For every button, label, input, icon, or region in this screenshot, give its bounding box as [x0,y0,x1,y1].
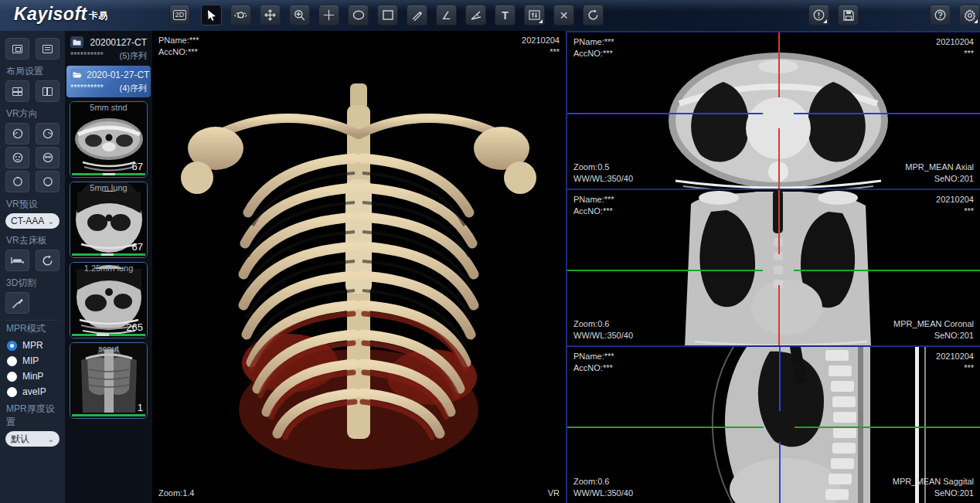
axial-series-overlay: MPR_MEAN Axial SeNO:201 [905,161,974,185]
app-logo: Kayisoft卡易 [14,4,108,25]
axial-pname: PName:*** [573,36,614,48]
layout-leftcol-button[interactable] [36,80,60,102]
reset-button[interactable] [583,5,604,25]
vr-face-front-button[interactable] [5,147,29,168]
thumbnail-progress-bar[interactable] [72,173,145,175]
vr-preset-dropdown[interactable]: CT-AAA ⌄ [5,213,60,229]
sagittal-patient-overlay: PName:*** AccNO:*** [573,351,614,374]
thumbnail-progress-bar[interactable] [72,414,145,416]
vr-volume-render-image [152,31,566,503]
coronal-hline-left[interactable] [567,270,763,271]
pointer-tool-button[interactable] [201,5,222,25]
vr-face-back-button[interactable] [36,147,60,168]
vr-accno: AccNO:*** [158,46,199,58]
coronal-vline-top[interactable] [778,190,780,254]
thumbnail-progress-bar[interactable] [72,334,145,336]
vr-head-top-button[interactable] [5,171,29,192]
axial-vline-top[interactable] [778,32,780,97]
viewport-coronal[interactable]: PName:*** AccNO:*** 20210204 *** Zoom:0.… [567,189,980,346]
vr-acc-masked: *** [522,46,560,58]
settings-button[interactable] [959,5,980,25]
study-item-2020-01-27[interactable]: 2020-01-27-CT ********** (4)序列 [66,66,151,97]
series-thumbnail-scout[interactable]: scout 1 [70,342,148,419]
coronal-pname: PName:*** [573,194,614,206]
folder-closed-icon [70,36,83,48]
window-level-button[interactable] [524,5,545,25]
text-annotation-button[interactable]: T [495,5,516,25]
series-thumbnail-1-25mm-lung[interactable]: 1.25mm lung 265 [70,262,148,338]
pan-tool-button[interactable] [260,5,281,25]
thumbnail-progress-bar[interactable] [72,253,145,256]
help-icon [934,9,946,21]
crosshair-icon [323,9,335,21]
layout-single-button[interactable] [5,38,29,59]
mpr-mode-option-mip[interactable]: MIP [7,355,60,366]
viewport-sagittal[interactable]: PName:*** AccNO:*** 20210204 *** Zoom:0.… [567,345,980,503]
study-item-20200127[interactable]: 20200127-CT ********** (5)序列 [66,33,151,65]
vr-head-left-button[interactable] [5,123,29,144]
rect-roi-button[interactable] [377,5,398,25]
radio-selected-icon [7,341,17,351]
viewport-vr[interactable]: PName:*** AccNO:*** 20210204 *** Zoom:1.… [152,31,566,503]
length-measure-button[interactable] [407,5,427,25]
vr-head-right-button[interactable] [36,123,60,144]
head-left-icon [12,127,24,140]
thumbnail-label: 5mm stnd [70,103,147,112]
left-sidebar: 布局设置 VR方向 VR预设 CT-AAA ⌄ [0,31,65,503]
sagittal-vline-bottom[interactable] [779,442,781,503]
coronal-zoom-overlay: Zoom:0.6 WW/WL:350/40 [573,318,633,342]
info-icon [813,9,825,21]
scalpel-button[interactable] [5,292,29,314]
thumbnail-label: 1.25mm lung [70,263,147,273]
zoom-tool-button[interactable] [289,5,310,25]
axial-hline-left[interactable] [567,113,763,114]
toolbar-right-group1 [808,5,859,25]
mpr-mode-option-aveip[interactable]: aveIP [7,386,60,397]
axial-vline-bottom[interactable] [778,128,780,189]
mpr-thickness-dropdown[interactable]: 默认 ⌄ [5,431,60,447]
logo-suffix: 卡易 [89,10,108,21]
thumbnail-image-count: 67 [132,241,143,253]
coronal-vline-bottom[interactable] [778,285,780,346]
chevron-down-icon: ⌄ [48,435,54,444]
radio-icon [7,372,17,382]
vr-bed-label: VR去床板 [6,234,60,247]
sagittal-hline-right[interactable] [795,427,980,428]
remove-bed-button[interactable] [5,250,29,271]
cobb-angle-button[interactable] [465,5,486,25]
rotate-3d-tool-button[interactable] [230,5,251,25]
coronal-hline-right[interactable] [794,270,980,271]
about-button[interactable] [808,5,829,25]
window-level-icon [529,10,540,20]
series-thumbnail-5mm-lung[interactable]: 5mm lung 67 [70,182,148,258]
help-button[interactable] [930,5,951,25]
layout-grid-button[interactable] [5,80,29,102]
sagittal-vline-top[interactable] [779,347,781,411]
save-button[interactable] [838,5,859,25]
vr-patient-overlay: PName:*** AccNO:*** [158,35,199,58]
progress-position [101,253,114,256]
delete-annotation-button[interactable]: ✕ [553,5,574,25]
mpr-mode-option-mpr[interactable]: MPR [7,340,60,351]
vr-head-bottom-button[interactable] [36,171,60,192]
layout-list-button[interactable] [36,38,60,59]
viewport-axial[interactable]: PName:*** AccNO:*** 20210204 *** Zoom:0.… [567,31,980,189]
axial-hline-right[interactable] [794,113,980,114]
aveip-option-label: aveIP [22,386,46,397]
vr-zoom: Zoom:1.4 [158,488,194,499]
mpr-panel: PName:*** AccNO:*** 20210204 *** Zoom:0.… [566,31,980,503]
sagittal-wwwl: WW/WL:350/40 [573,488,633,499]
view-mode-2d-button[interactable]: 2D [169,5,190,25]
mpr-thickness-label: MPR厚度设置 [6,403,60,429]
toolbar-right-group2 [930,5,980,25]
angle-measure-button[interactable]: ∠ [436,5,457,25]
ellipse-roi-button[interactable] [348,5,369,25]
mpr-mode-option-minp[interactable]: MinP [7,371,60,382]
coronal-series-overlay: MPR_MEAN Coronal SeNO:201 [893,318,974,342]
axial-study-overlay: 20210204 *** [936,36,974,59]
sagittal-hline-left[interactable] [567,427,764,428]
locate-tool-button[interactable] [318,5,339,25]
series-thumbnail-5mm-stnd[interactable]: 5mm stnd 67 [70,101,148,178]
bed-reset-button[interactable] [36,250,60,271]
vr-date: 20210204 [522,35,560,46]
